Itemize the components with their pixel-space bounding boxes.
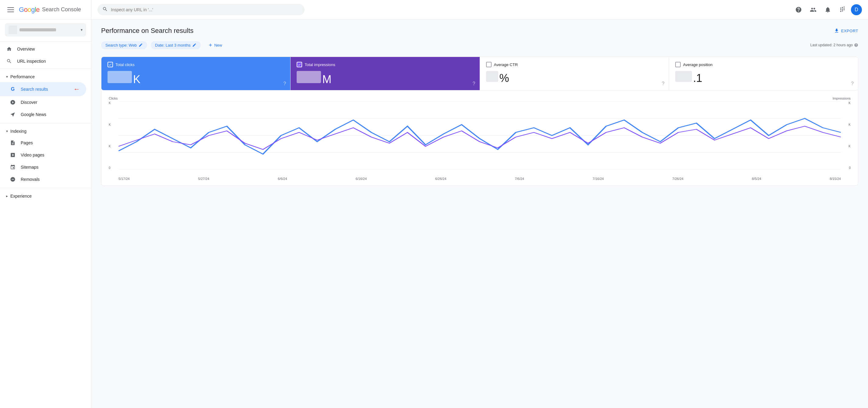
sidebar-item-removals[interactable]: Removals (0, 173, 86, 185)
metric-label-position: Average position (683, 62, 713, 67)
metric-value-position: .1 (675, 71, 852, 85)
sidebar-divider-2 (0, 68, 91, 69)
hamburger-menu[interactable] (5, 5, 17, 14)
metric-help-impressions[interactable]: ? (473, 81, 475, 87)
app-layout: Google Search Console ▾ Overview (0, 0, 868, 408)
sidebar-item-overview[interactable]: Overview (0, 43, 86, 55)
sidebar-divider-4 (0, 188, 91, 188)
metric-cards: Total clicks K ? Total impressions (101, 57, 858, 90)
metric-card-total-clicks[interactable]: Total clicks K ? (101, 57, 290, 90)
user-avatar[interactable]: D (851, 4, 862, 15)
section-chevron-indexing: ▾ (6, 129, 8, 133)
sidebar-label-pages: Pages (21, 140, 33, 145)
section-header-experience[interactable]: ▸ Experience (0, 191, 91, 201)
metric-value-clicks: K (107, 71, 284, 86)
metric-card-average-ctr[interactable]: Average CTR % ? (480, 57, 669, 90)
home-icon (6, 46, 12, 52)
filter-bar: Search type: Web Date: Last 3 months New… (101, 41, 858, 49)
google-apps-button[interactable] (836, 4, 848, 16)
metric-suffix-impressions: M (322, 73, 331, 86)
pages-icon (10, 140, 16, 146)
metric-value-blurred-clicks (107, 71, 132, 83)
help-button[interactable] (793, 4, 805, 16)
section-performance: ▾ Performance G Search results ← Discove… (0, 70, 91, 122)
sidebar-label-url-inspection: URL inspection (17, 59, 46, 64)
sidebar-label-sitemaps: Sitemaps (21, 165, 38, 169)
sidebar-item-url-inspection[interactable]: URL inspection (0, 55, 86, 67)
metric-card-average-position[interactable]: Average position .1 ? (669, 57, 858, 90)
export-button[interactable]: EXPORT (834, 28, 858, 33)
date-range-label: Date: Last 3 months (155, 43, 190, 48)
property-icon (8, 26, 17, 34)
metric-checkbox-ctr (486, 62, 492, 67)
sidebar-item-google-news[interactable]: Google News (0, 108, 86, 121)
sidebar-item-pages[interactable]: Pages (0, 137, 86, 149)
metric-value-blurred-ctr (486, 71, 498, 82)
url-search-icon (102, 6, 108, 13)
red-arrow-indicator: ← (73, 85, 80, 93)
search-type-label: Search type: Web (105, 43, 137, 48)
date-range-filter[interactable]: Date: Last 3 months (151, 41, 201, 49)
settings-button[interactable] (807, 4, 819, 16)
sidebar-label-google-news: Google News (21, 112, 46, 117)
metric-label-impressions: Total impressions (305, 62, 335, 67)
add-filter-button[interactable]: New (204, 41, 226, 49)
url-search-input[interactable] (111, 7, 300, 12)
metric-checkbox-impressions (297, 62, 302, 67)
sidebar-item-discover[interactable]: Discover (0, 96, 86, 108)
sidebar-label-overview: Overview (17, 46, 35, 52)
chevron-down-icon: ▾ (81, 28, 83, 32)
chart-y-axis-left-label: Clicks (109, 96, 118, 100)
section-header-indexing[interactable]: ▾ Indexing (0, 126, 91, 137)
last-updated: Last updated: 2 hours ago (810, 43, 858, 47)
sidebar-item-sitemaps[interactable]: Sitemaps (0, 161, 86, 173)
removals-icon (10, 176, 16, 182)
sitemaps-icon (10, 164, 16, 170)
page-title: Performance on Search results (101, 27, 193, 35)
google-news-icon (10, 112, 16, 118)
property-selector[interactable]: ▾ (5, 23, 86, 36)
x-axis-labels: 5/17/24 5/27/24 6/6/24 6/16/24 6/26/24 7… (119, 177, 841, 181)
metric-suffix-position: .1 (693, 72, 702, 85)
sidebar-divider-3 (0, 123, 91, 123)
section-label-performance: Performance (10, 74, 35, 79)
content-area: Performance on Search results EXPORT Sea… (91, 20, 868, 408)
new-filter-label: New (214, 43, 222, 48)
metric-card-header-ctr: Average CTR (486, 62, 663, 67)
metric-help-position[interactable]: ? (851, 81, 854, 87)
sidebar-item-search-results[interactable]: G Search results ← (0, 82, 86, 96)
metric-checkbox-position (675, 62, 681, 67)
google-g-icon: G (10, 86, 16, 92)
export-label: EXPORT (841, 29, 858, 33)
sidebar-label-removals: Removals (21, 177, 40, 182)
console-text: Search Console (42, 6, 81, 13)
section-label-indexing: Indexing (10, 129, 27, 134)
metric-help-ctr[interactable]: ? (662, 81, 664, 87)
section-experience: ▸ Experience (0, 189, 91, 203)
metric-help-clicks[interactable]: ? (283, 81, 286, 87)
section-header-performance[interactable]: ▾ Performance (0, 71, 91, 82)
sidebar-item-video-pages[interactable]: Video pages (0, 149, 86, 161)
metric-suffix-clicks: K (133, 73, 141, 86)
metric-value-impressions: M (297, 71, 473, 86)
logo-area: Google Search Console (19, 6, 81, 14)
page-header: Performance on Search results EXPORT (101, 27, 858, 35)
search-type-filter[interactable]: Search type: Web (101, 41, 147, 49)
sidebar-label-video-pages: Video pages (21, 153, 44, 157)
notifications-button[interactable] (822, 4, 834, 16)
sidebar-label-search-results: Search results (21, 87, 48, 92)
section-indexing: ▾ Indexing Pages Video pages Sitemaps (0, 125, 91, 187)
chart-svg (119, 101, 841, 169)
last-updated-text: Last updated: 2 hours ago (810, 43, 853, 47)
y-axis-labels-right: K K K 0 (842, 101, 850, 169)
metric-card-total-impressions[interactable]: Total impressions M ? (290, 57, 480, 90)
metric-suffix-ctr: % (499, 72, 509, 85)
metric-card-header-impressions: Total impressions (297, 62, 473, 67)
topbar-actions: D (793, 4, 862, 16)
chart-wrapper: K K K 0 K K K 0 (109, 101, 850, 181)
metric-value-blurred-position (675, 71, 692, 82)
url-search-bar[interactable] (97, 4, 305, 15)
sidebar-label-discover: Discover (21, 100, 37, 105)
metric-checkbox-clicks (107, 62, 113, 67)
section-chevron-performance: ▾ (6, 74, 8, 79)
